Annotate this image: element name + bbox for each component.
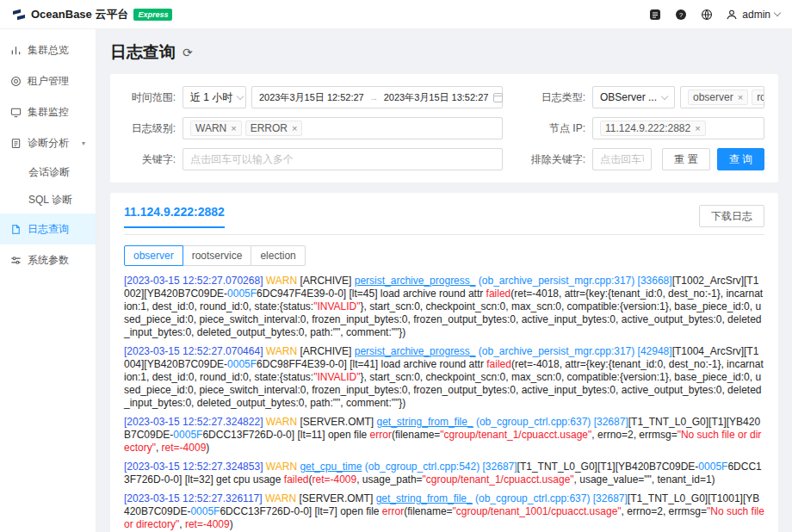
sidebar-item-label: 集群总览 xyxy=(28,43,69,58)
log-segment-hl: 0005F xyxy=(227,358,257,370)
tag-observer: observer× xyxy=(688,90,748,105)
sidebar-item-cluster-monitor[interactable]: 集群监控 xyxy=(0,96,96,127)
end-datetime: 2023年3月15日 13:52:27 xyxy=(384,91,489,104)
log-segment-red: failed xyxy=(486,288,511,300)
tab-observer[interactable]: observer xyxy=(124,245,183,266)
remove-tag-icon[interactable]: × xyxy=(292,124,297,133)
sliders-icon xyxy=(10,255,22,266)
time-preset-select[interactable]: 近 1 小时 xyxy=(183,86,246,108)
log-segment-hl: 0005F xyxy=(698,461,727,473)
reset-button[interactable]: 重 置 xyxy=(662,148,709,170)
log-segment-plain: 6DC947F4E39-0-0] [lt=45] load archive ro… xyxy=(257,288,486,300)
log-level-tags[interactable]: WARN× ERROR× xyxy=(183,117,503,139)
log-segment-plain: 6DCC13F726D-0-0] [lt=7] open file xyxy=(220,505,381,517)
main-content: 日志查询 ⟳ 时间范围: 近 1 小时 2023年3月15日 12:52:27 … xyxy=(96,29,792,532)
monitor-icon xyxy=(10,107,22,118)
log-segment-hl: 0005F xyxy=(190,505,220,517)
log-type-tags[interactable]: observer× rootservice× election× xyxy=(680,86,764,108)
app-window: OceanBase 云平台 Express ? admin xyxy=(0,0,792,532)
log-segment-plain: 6DCC13F726D-0-0] [lt=11] open file xyxy=(202,429,369,441)
range-arrow-icon: → xyxy=(369,92,379,102)
log-source-tabs: observer rootservice election xyxy=(124,245,764,266)
sidebar-item-label: 诊断分析 xyxy=(28,136,69,151)
result-card: 11.124.9.222:2882 下载日志 observer rootserv… xyxy=(110,193,778,532)
log-segment-thr: [32687] xyxy=(593,492,628,504)
sidebar-item-log-query[interactable]: 日志查询 xyxy=(0,213,96,244)
exclude-keyword-label: 排除关键字: xyxy=(517,152,585,167)
log-segment-warn: WARN xyxy=(266,416,297,428)
express-badge: Express xyxy=(133,9,172,21)
log-segment-plain: , errno=2, errmsg= xyxy=(591,429,677,441)
log-function-link[interactable]: persist_archive_progress_ xyxy=(355,275,476,287)
download-logs-button[interactable]: 下载日志 xyxy=(699,205,764,227)
sidebar-item-diagnosis[interactable]: 诊断分析 ▾ xyxy=(0,127,96,158)
sidebar-item-sql-diagnosis[interactable]: SQL 诊断 xyxy=(0,186,96,213)
log-entry: [2023-03-15 12:52:27.324822] WARN [SERVE… xyxy=(124,416,764,455)
tab-rootservice[interactable]: rootservice xyxy=(183,245,252,266)
tag-error: ERROR× xyxy=(245,121,303,136)
log-segment-red: failed xyxy=(486,358,511,370)
log-function-link[interactable]: get_cpu_time xyxy=(300,461,362,473)
log-function-link[interactable]: persist_archive_progress_ xyxy=(355,345,476,357)
refresh-icon[interactable]: ⟳ xyxy=(183,46,193,59)
sidebar-item-session-diagnosis[interactable]: 会话诊断 xyxy=(0,158,96,186)
keyword-input[interactable] xyxy=(183,148,503,170)
user-name: admin xyxy=(742,9,770,21)
log-segment-ts: [2023-03-15 12:52:27.324822] xyxy=(124,416,263,428)
remove-tag-icon[interactable]: × xyxy=(231,124,236,133)
log-segment-thr: [32687] xyxy=(594,416,628,428)
sidebar-item-cluster-overview[interactable]: 集群总览 xyxy=(0,34,96,65)
keyword-label: 关键字: xyxy=(124,152,176,167)
log-segment-file: (ob_cgroup_ctrl.cpp:542) xyxy=(362,461,482,473)
log-segment-thr: [33668] xyxy=(638,275,672,287)
time-preset-value: 近 1 小时 xyxy=(190,90,232,105)
node-ip-label: 节点 IP: xyxy=(517,121,585,136)
log-segment-hl: 0005F xyxy=(173,429,202,441)
filter-card: 时间范围: 近 1 小时 2023年3月15日 12:52:27 → 2023年… xyxy=(110,74,778,182)
chevron-down-icon xyxy=(237,92,244,99)
exclude-keyword-input[interactable] xyxy=(592,148,652,170)
log-segment-red: error xyxy=(370,429,392,441)
sidebar-item-label: 系统参数 xyxy=(28,253,69,268)
sidebar-item-tenant-management[interactable]: 租户管理 xyxy=(0,65,96,96)
log-type-select[interactable]: OBServer ... xyxy=(592,86,675,108)
page-title: 日志查询 xyxy=(110,41,176,64)
caret-down-icon: ▾ xyxy=(82,139,85,147)
svg-text:?: ? xyxy=(679,11,684,19)
tag-rootservice: rootservice× xyxy=(752,90,764,105)
language-icon[interactable] xyxy=(700,8,714,22)
remove-tag-icon[interactable]: × xyxy=(695,124,700,133)
log-file-icon xyxy=(10,224,22,235)
log-level-label: 日志级别: xyxy=(124,121,176,136)
log-list: [2023-03-15 12:52:27.070268] WARN [ARCHI… xyxy=(124,275,764,532)
date-range-picker[interactable]: 2023年3月15日 12:52:27 → 2023年3月15日 13:52:2… xyxy=(251,86,503,108)
log-segment-red: "cgroup/tenant_1/cpuacct.usage" xyxy=(423,473,574,486)
log-entry: [2023-03-15 12:52:27.326117] WARN [SERVE… xyxy=(124,492,764,531)
log-segment-red: "cgroup/tenant_1/cpuacct.usage" xyxy=(440,429,591,441)
log-entry: [2023-03-15 12:52:27.070464] WARN [ARCHI… xyxy=(124,345,764,410)
chevron-down-icon xyxy=(661,92,668,99)
user-menu[interactable]: admin xyxy=(726,9,780,21)
log-segment-red: "INVALID" xyxy=(313,300,360,312)
host-tab[interactable]: 11.124.9.222:2882 xyxy=(124,205,225,228)
log-segment-warn: WARN xyxy=(266,461,297,473)
log-type-label: 日志类型: xyxy=(517,90,585,105)
sidebar-item-label: 租户管理 xyxy=(28,74,69,89)
log-segment-red: ret=-4009 xyxy=(162,442,207,454)
log-segment-plain: ) xyxy=(230,518,233,530)
tag-warn: WARN× xyxy=(190,121,242,136)
query-button[interactable]: 查 询 xyxy=(717,148,764,170)
log-segment-red: ret=-4009 xyxy=(312,473,356,486)
remove-tag-icon[interactable]: × xyxy=(738,93,743,102)
docs-icon[interactable] xyxy=(648,8,662,22)
log-type-value: OBServer ... xyxy=(600,91,657,103)
log-function-link[interactable]: get_string_from_file_ xyxy=(376,492,473,504)
log-segment-file: (ob_cgroup_ctrl.cpp:637) xyxy=(473,416,594,428)
node-ip-tags[interactable]: 11.124.9.222:2882× xyxy=(592,117,764,139)
tab-election[interactable]: election xyxy=(251,245,305,266)
help-icon[interactable]: ? xyxy=(674,8,688,22)
log-segment-file: (ob_cgroup_ctrl.cpp:637) xyxy=(473,492,593,504)
log-segment-hl: 0005F xyxy=(227,288,257,300)
log-function-link[interactable]: get_string_from_file_ xyxy=(377,416,473,428)
sidebar-item-system-params[interactable]: 系统参数 xyxy=(0,244,96,275)
